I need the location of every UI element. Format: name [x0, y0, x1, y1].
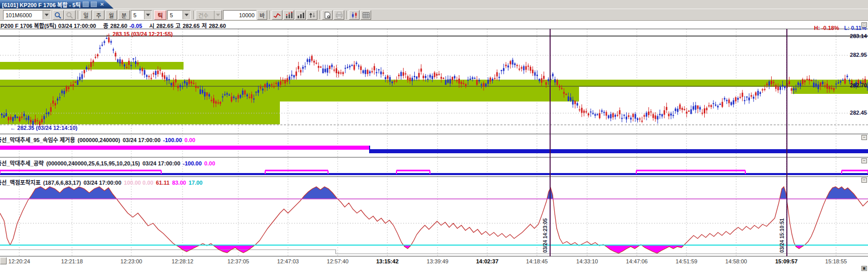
time-axis-label: 14:18:45 [526, 258, 548, 264]
high-annotation: ← 283.15 (03/24 12:21:55) [105, 31, 173, 37]
indicator1-value1: -100.00 [163, 137, 182, 143]
search-button[interactable] [53, 10, 64, 20]
minute-combobox[interactable]: 5 [131, 10, 152, 20]
bar-unit-button[interactable]: 바 [257, 10, 267, 20]
indicator3-bounds: 100.00 0.00 [124, 180, 153, 186]
indicator1-header: 중선_막대추세_95_속임수 제거용(000000,240000)03/24 1… [0, 135, 198, 144]
time-axis-label: 13:15:42 [376, 258, 399, 264]
symbol-infobar: KP200 F 1706 복합(5틱)03/24 17:00:00종282.60… [0, 21, 868, 29]
close-value: 282.60 [111, 23, 128, 29]
infobar-datetime: 03/24 17:00:00 [58, 23, 96, 29]
indicator3-value3: 17.00 [189, 180, 203, 186]
trend-check-icon [273, 12, 281, 19]
indicator1-name: 중선_막대추세_95_속임수 제거용 [0, 137, 75, 143]
time-axis-label: 12:21:18 [61, 258, 83, 264]
price-axis-label: 282.70 [850, 82, 867, 88]
period-minute-button[interactable]: 분 [118, 10, 130, 20]
candle-chart-icon [350, 12, 358, 19]
tab-pin-icon[interactable] [91, 2, 97, 7]
indicator2-params: (000000,240000,25,6,15,95,10,20,15) [46, 160, 140, 166]
price-axis-label: 282.95 [850, 52, 867, 58]
period-month-button[interactable]: 월 [105, 10, 117, 20]
indicator1-datetime: 03/24 17:00:00 [123, 137, 161, 143]
chevron-down-icon[interactable] [183, 11, 190, 19]
time-axis-label: 14:33:10 [576, 258, 598, 264]
document-button[interactable] [322, 10, 333, 20]
infobar-symbol: KP200 F 1706 복합(5틱) [0, 23, 56, 29]
low-annotation: ← 282.35 (03/24 12:14:10) [10, 125, 78, 131]
search-icon [54, 12, 62, 19]
pane-collapse-icon[interactable]: − [861, 158, 867, 163]
time-axis-label: 15:18:55 [825, 258, 847, 264]
indicator3-name: 중선_맥점포착지표 [0, 180, 41, 186]
low-value: 282.60 [209, 23, 226, 29]
bar-count-input[interactable]: 10000 [223, 10, 257, 20]
volume-signal-button[interactable] [283, 10, 294, 20]
volume-bars-icon [297, 12, 305, 19]
window-title: [6101] KP200 F 1706 복합 - 5틱 [2, 1, 81, 9]
time-axis-label: 15:09:57 [775, 258, 798, 264]
period-tick-button[interactable]: 틱 [154, 10, 166, 20]
window-tab[interactable]: [6101] KP200 F 1706 복합 - 5틱 ✕ [0, 0, 114, 9]
pane-collapse-icon[interactable]: − [861, 135, 867, 140]
grid-table-icon [362, 12, 370, 19]
crosshair-time-label: 03/24 15:10:51 [779, 202, 785, 253]
time-axis-label: 14:02:37 [476, 258, 498, 264]
chart-canvas[interactable] [0, 0, 868, 273]
titlebar: [6101] KP200 F 1706 복합 - 5틱 ✕ [0, 0, 868, 9]
close-label: 종 [103, 23, 108, 29]
volume-bars-button[interactable] [295, 10, 306, 20]
time-axis-label: 12:23:00 [121, 258, 142, 264]
chart-overlay: H: -0.18%L: 0.11% ← 283.15 (03/24 12:21:… [0, 0, 868, 273]
document-icon [323, 12, 332, 19]
period-week-button[interactable]: 주 [93, 10, 104, 20]
sort-arrows-icon [308, 12, 316, 19]
tab-link-icon[interactable] [83, 2, 89, 7]
chart-corner-icon[interactable]: ▣ [861, 266, 867, 271]
time-axis-label: 12:37:05 [228, 258, 249, 264]
time-axis-label: 14:51:59 [676, 258, 698, 264]
printer-button [334, 10, 344, 20]
period-day-button[interactable]: 일 [80, 10, 92, 20]
time-axis-label: 14:47:06 [626, 258, 648, 264]
indicator2-name: 중선_막대추세_공략 [0, 160, 44, 166]
price-axis-label: 282.45 [850, 110, 867, 116]
indicator3-header: 중선_맥점포착지표(187,6,6,83,17)03/24 17:00:0010… [0, 178, 205, 186]
toolbar: 101M6000 일 주 월 분 5 틱 5 건수 10000 바 [0, 9, 868, 21]
time-axis-label: 12:20:24 [9, 258, 30, 264]
tick-combobox[interactable]: 5 [167, 10, 191, 20]
symbol-combobox[interactable]: 101M6000 [3, 10, 51, 20]
indicator3-value1: 61.11 [156, 180, 169, 186]
chart-window: [6101] KP200 F 1706 복합 - 5틱 ✕ 101M6000 일… [0, 0, 868, 273]
scrollbar-left-stub[interactable] [0, 257, 7, 264]
indicator3-value2: 83.00 [172, 180, 186, 186]
time-axis-label: 12:57:40 [327, 258, 349, 264]
low-label: 저 [202, 23, 207, 29]
indicator2-value2: 0.00 [204, 160, 215, 166]
open-value: 282.65 [156, 23, 173, 29]
grid-table-button[interactable] [360, 10, 371, 20]
close-icon[interactable]: ✕ [100, 2, 104, 7]
trend-check-button[interactable] [272, 10, 282, 20]
symbol-value: 101M6000 [6, 12, 32, 18]
chevron-down-icon [214, 11, 222, 19]
pane-collapse-icon[interactable]: − [861, 178, 867, 183]
high-label: 고 [175, 23, 180, 29]
time-axis-label: 14:58:00 [726, 258, 747, 264]
price-axis-label: 283.14 [850, 33, 867, 39]
indicator2-header: 중선_막대추세_공략(000000,240000,25,6,15,95,10,2… [0, 159, 218, 167]
crosshair-time-label: 03/24 14:23:05 [542, 202, 548, 253]
indicator3-params: (187,6,6,83,17) [43, 180, 81, 186]
time-axis-label: 12:47:03 [277, 258, 299, 264]
indicator3-datetime: 03/24 17:00:00 [84, 180, 122, 186]
sort-arrows-button[interactable] [307, 10, 317, 20]
chevron-down-icon[interactable] [43, 11, 50, 19]
indicator1-value2: 0.00 [185, 137, 195, 143]
search-off-icon [66, 12, 74, 19]
indicator1-params: (000000,240000) [78, 137, 120, 143]
search-off-button[interactable] [64, 10, 76, 20]
printer-icon [335, 12, 343, 19]
time-axis-label: 13:39:49 [427, 258, 449, 264]
chevron-down-icon[interactable] [144, 11, 152, 19]
candle-chart-button[interactable] [349, 10, 359, 20]
